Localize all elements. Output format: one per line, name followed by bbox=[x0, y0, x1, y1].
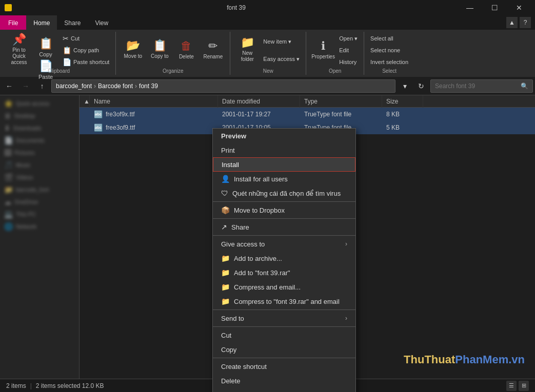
invert-selection-button[interactable]: Invert selection bbox=[368, 57, 410, 67]
ribbon-tabs: File Home Share View ▲ ? bbox=[0, 15, 535, 30]
select-all-button[interactable]: Select all bbox=[368, 33, 410, 44]
ctx-item-install[interactable]: Install bbox=[213, 157, 355, 172]
watermark: ThuThuatPhanMem.vn bbox=[404, 353, 525, 366]
ctx-item-print[interactable]: Print bbox=[213, 143, 355, 157]
ctx-item-rename[interactable]: Rename bbox=[213, 388, 355, 392]
preview-label: Preview bbox=[221, 132, 246, 140]
font-file-icon-1: 🔤 bbox=[94, 110, 103, 118]
close-button[interactable]: ✕ bbox=[507, 0, 531, 15]
maximize-button[interactable]: ☐ bbox=[483, 0, 506, 15]
watermark-phan: Phan bbox=[455, 353, 483, 366]
new-item-button[interactable]: New item ▾ bbox=[261, 36, 302, 47]
address-path[interactable]: barcode_font › Barcode font › font 39 bbox=[51, 79, 395, 93]
new-item-label: New item ▾ bbox=[263, 38, 291, 45]
ctx-item-preview[interactable]: Preview bbox=[213, 129, 355, 143]
tab-share[interactable]: Share bbox=[57, 15, 88, 30]
properties-label: Properties bbox=[311, 54, 335, 59]
sidebar-item-videos[interactable]: 🎬 Videos bbox=[0, 171, 79, 183]
ctx-item-compress-email[interactable]: 📁 Compress and email... bbox=[213, 280, 355, 294]
delete-button[interactable]: 🗑 Delete bbox=[173, 33, 199, 66]
col-header-date[interactable]: Date modified bbox=[218, 95, 300, 108]
sort-indicator-col: ▲ bbox=[80, 95, 90, 108]
address-dropdown-button[interactable]: ▾ bbox=[398, 79, 412, 93]
sidebar-item-quickaccess[interactable]: ⭐ Quick access bbox=[0, 97, 79, 110]
sidebar-item-pictures[interactable]: 🖼 Pictures bbox=[0, 147, 79, 159]
ctx-item-send-to[interactable]: Send to › bbox=[213, 311, 355, 325]
tab-file[interactable]: File bbox=[0, 15, 26, 30]
barcode-folder-icon: 📁 bbox=[4, 185, 13, 194]
pin-to-quick-access-button[interactable]: 📌 Pin to Quick access bbox=[6, 33, 32, 66]
grid-view-icon[interactable]: ⊞ bbox=[519, 381, 529, 391]
easy-access-button[interactable]: Easy access ▾ bbox=[261, 54, 302, 64]
ctx-item-give-access[interactable]: Give access to › bbox=[213, 237, 355, 251]
rename-label: Rename bbox=[203, 54, 223, 59]
rename-button[interactable]: ✏ Rename bbox=[200, 33, 226, 66]
copy-path-button[interactable]: 📋 Copy path bbox=[61, 45, 111, 55]
paste-shortcut-button[interactable]: 📄 Paste shortcut bbox=[61, 57, 111, 67]
address-bar: ← → ↑ barcode_font › Barcode font › font… bbox=[0, 77, 535, 95]
ctx-item-scan[interactable]: 🛡 Quét những cái đã chọn để tìm virus bbox=[213, 186, 355, 200]
file-row-1[interactable]: 🔤 fre3of9x.ttf 2001-01-17 19:27 TrueType… bbox=[80, 108, 535, 121]
open-button[interactable]: Open ▾ bbox=[337, 33, 360, 44]
ctx-item-dropbox[interactable]: 📦 Move to Dropbox bbox=[213, 203, 355, 217]
sidebar-item-documents[interactable]: 📄 Documents bbox=[0, 134, 79, 147]
ctx-item-install-all[interactable]: 👤 Install for all users bbox=[213, 172, 355, 186]
ctx-sep-5 bbox=[213, 326, 355, 327]
edit-label: Edit bbox=[339, 47, 349, 53]
search-box[interactable]: 🔍 bbox=[430, 79, 533, 93]
copy-to-button[interactable]: 📋 Copy to bbox=[147, 33, 172, 66]
watermark-vn: .vn bbox=[508, 353, 525, 366]
help-button[interactable]: ? bbox=[520, 17, 531, 28]
ribbon-collapse-button[interactable]: ▲ bbox=[506, 17, 518, 28]
cut-button[interactable]: ✂ Cut bbox=[61, 33, 111, 44]
move-to-button[interactable]: 📂 Move to bbox=[120, 33, 146, 66]
ctx-item-compress-rar-email[interactable]: 📁 Compress to "font 39.rar" and email bbox=[213, 294, 355, 308]
select-none-button[interactable]: Select none bbox=[368, 45, 410, 55]
ctx-item-add-rar[interactable]: 📁 Add to "font 39.rar" bbox=[213, 265, 355, 280]
watermark-mem: Mem bbox=[483, 353, 508, 366]
copy-to-label: Copy to bbox=[151, 53, 168, 59]
edit-button[interactable]: Edit bbox=[337, 45, 360, 55]
history-button[interactable]: History bbox=[337, 57, 360, 67]
paste-shortcut-icon: 📄 bbox=[63, 58, 71, 66]
refresh-button[interactable]: ↻ bbox=[414, 79, 428, 93]
col-header-type[interactable]: Type bbox=[300, 95, 382, 108]
sidebar-item-desktop[interactable]: 🖥 Desktop bbox=[0, 110, 79, 122]
window-icon bbox=[4, 4, 12, 12]
compress-email-label: Compress and email... bbox=[234, 283, 301, 291]
archive-icon-3: 📁 bbox=[221, 283, 230, 291]
tab-view[interactable]: View bbox=[88, 15, 115, 30]
properties-button[interactable]: ℹ Properties bbox=[310, 33, 336, 66]
search-input[interactable] bbox=[435, 82, 521, 90]
minimize-button[interactable]: — bbox=[458, 0, 482, 15]
sidebar-item-onedrive[interactable]: ☁ OneDrive bbox=[0, 196, 79, 208]
sidebar: ⭐ Quick access 🖥 Desktop ⬇ Downloads 📄 D… bbox=[0, 95, 80, 379]
forward-button[interactable]: → bbox=[18, 79, 33, 93]
ctx-item-add-archive[interactable]: 📁 Add to archive... bbox=[213, 251, 355, 265]
ribbon-group-open: ℹ Properties Open ▾ Edit History Open bbox=[306, 32, 364, 75]
ctx-item-cut[interactable]: Cut bbox=[213, 328, 355, 342]
sidebar-item-barcode[interactable]: 📁 barcode_font bbox=[0, 183, 79, 196]
copy-ctx-label: Copy bbox=[221, 346, 236, 354]
sidebar-item-thispc[interactable]: 💻 This PC bbox=[0, 208, 79, 220]
copy-button[interactable]: 📋 Copy bbox=[33, 33, 58, 57]
dropbox-label: Move to Dropbox bbox=[234, 207, 285, 214]
ctx-item-share[interactable]: ↗ Share bbox=[213, 220, 355, 234]
file-type-1: TrueType font file bbox=[300, 111, 382, 118]
pictures-icon: 🖼 bbox=[4, 149, 11, 157]
sidebar-item-music[interactable]: 🎵 Music bbox=[0, 159, 79, 171]
back-button[interactable]: ← bbox=[2, 79, 16, 93]
sidebar-item-network[interactable]: 🌐 Network bbox=[0, 220, 79, 233]
new-folder-button[interactable]: 📁 New folder bbox=[234, 33, 260, 66]
tab-home[interactable]: Home bbox=[26, 15, 57, 30]
ctx-item-delete[interactable]: Delete bbox=[213, 374, 355, 388]
list-view-icon[interactable]: ☰ bbox=[506, 381, 517, 391]
path-part-3: font 39 bbox=[139, 82, 158, 90]
thispc-icon: 💻 bbox=[4, 210, 13, 218]
col-header-name[interactable]: Name bbox=[90, 95, 218, 108]
ctx-item-copy[interactable]: Copy bbox=[213, 342, 355, 357]
sidebar-item-downloads[interactable]: ⬇ Downloads bbox=[0, 122, 79, 134]
col-header-size[interactable]: Size bbox=[382, 95, 423, 108]
music-icon: 🎵 bbox=[4, 161, 13, 169]
ctx-item-create-shortcut[interactable]: Create shortcut bbox=[213, 359, 355, 374]
